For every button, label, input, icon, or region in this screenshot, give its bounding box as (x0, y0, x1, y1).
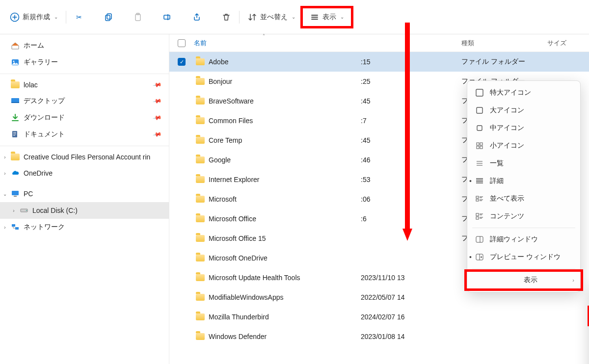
sidebar-item-home[interactable]: ホーム (0, 37, 169, 54)
view-menu-item[interactable]: 小アイコン (467, 137, 580, 155)
sidebar-item-label: ギャラリー (24, 58, 58, 67)
view-menu-item[interactable]: •詳細 (467, 172, 580, 190)
select-all-checkbox[interactable] (178, 39, 186, 47)
menu-item-label: 特大アイコン (490, 88, 531, 97)
menu-item-label: 中アイコン (490, 124, 524, 132)
svg-rect-5 (164, 15, 170, 19)
copy-button[interactable] (99, 9, 118, 25)
menu-item-label: プレビュー ウィンドウ (490, 253, 561, 261)
new-button[interactable]: 新規作成 ⌄ (5, 9, 63, 25)
chevron-right-icon[interactable]: › (2, 225, 8, 230)
view-menu-item[interactable]: 詳細ウィンドウ (467, 231, 580, 248)
view-button-highlight: 表示 ⌄ (300, 6, 353, 28)
chevron-right-icon[interactable]: › (2, 171, 8, 176)
view-menu-item[interactable]: •プレビュー ウィンドウ (467, 248, 580, 266)
share-button[interactable] (187, 9, 207, 25)
separator (0, 146, 169, 146)
menu-item-label: 一覧 (490, 159, 504, 168)
svg-rect-17 (476, 89, 483, 96)
svg-point-14 (26, 210, 27, 211)
folder-icon (196, 98, 205, 104)
pin-icon: 📌 (152, 113, 162, 123)
tiles-icon (475, 194, 484, 203)
svg-rect-21 (480, 143, 482, 145)
file-name: Core Temp (209, 136, 242, 144)
paste-button[interactable] (128, 9, 148, 25)
drive-icon (20, 206, 28, 215)
view-button[interactable]: 表示 ⌄ (306, 10, 348, 24)
cut-button[interactable]: ✂ (69, 9, 89, 25)
svg-rect-28 (476, 236, 483, 242)
chevron-right-icon[interactable]: › (2, 155, 8, 160)
menu-item-label: 大アイコン (490, 106, 524, 115)
view-menu-item[interactable]: 中アイコン (467, 119, 580, 137)
file-date: :15 (361, 58, 461, 66)
plus-circle-icon (10, 12, 20, 22)
sidebar-item-desktop[interactable]: デスクトップ 📌 (0, 93, 169, 109)
file-name: Windows Defender (209, 333, 267, 340)
view-menu-show[interactable]: 表示 › (467, 271, 580, 289)
view-label: 表示 (322, 13, 336, 22)
divider (239, 11, 240, 24)
view-menu-item[interactable]: 特大アイコン (467, 84, 580, 102)
sidebar-item-gallery[interactable]: ギャラリー (0, 54, 169, 71)
view-menu-item[interactable]: 並べて表示 (467, 190, 580, 208)
svg-rect-11 (12, 191, 19, 195)
chevron-right-icon[interactable]: › (11, 208, 17, 213)
file-name: Microsoft (209, 195, 237, 203)
view-menu[interactable]: 特大アイコン大アイコン中アイコン小アイコン一覧•詳細並べて表示コンテンツ 詳細ウ… (467, 80, 581, 292)
column-headers[interactable]: ˄ 名前 種類 サイズ (169, 34, 589, 52)
rename-button[interactable] (158, 9, 177, 25)
chevron-down-icon[interactable]: ⌄ (2, 191, 8, 197)
table-row[interactable]: Windows Defender2023/01/08 14 (169, 327, 589, 346)
view-menu-item[interactable]: 一覧 (467, 155, 580, 172)
file-date: 2023/01/08 14 (361, 333, 461, 340)
folder-icon (11, 154, 20, 160)
sidebar-item-documents[interactable]: ドキュメント 📌 (0, 126, 169, 143)
svg-rect-20 (477, 143, 479, 145)
chevron-down-icon: ⌄ (340, 14, 344, 20)
folder-icon (11, 81, 20, 88)
row-checkbox[interactable]: ✓ (178, 58, 186, 66)
svg-rect-24 (476, 196, 479, 198)
svg-rect-27 (476, 217, 479, 219)
rename-icon (162, 12, 172, 22)
navigation-pane[interactable]: ホーム ギャラリー lolac 📌 デスクトップ 📌 ダウンロード 📌 ドキュメ… (0, 34, 169, 364)
divider (66, 11, 66, 24)
sort-indicator-icon: ˄ (263, 33, 265, 39)
column-name[interactable]: 名前 (194, 39, 361, 48)
sidebar-item-downloads[interactable]: ダウンロード 📌 (0, 109, 169, 126)
svg-rect-23 (480, 146, 482, 149)
column-type[interactable]: 種類 (461, 39, 547, 48)
sort-button[interactable]: 並べ替え ⌄ (242, 9, 300, 25)
file-name: Internet Explorer (209, 176, 260, 183)
delete-button[interactable] (216, 9, 236, 25)
file-list[interactable]: ˄ 名前 種類 サイズ ✓Adobe:15ファイル フォルダーBonjour:2… (169, 34, 589, 364)
sidebar-item-onedrive[interactable]: › OneDrive (0, 165, 169, 182)
chevron-right-icon: › (572, 277, 574, 283)
lg-icon (475, 106, 484, 115)
sidebar-item-network[interactable]: › ネットワーク (0, 219, 169, 235)
column-size[interactable]: サイズ (547, 39, 589, 48)
sidebar-item-ccf[interactable]: › Creative Cloud Files Personal Account … (0, 149, 169, 165)
onedrive-icon (11, 169, 20, 178)
file-name: Adobe (209, 58, 228, 66)
view-menu-item[interactable]: コンテンツ (467, 208, 580, 225)
table-row[interactable]: Mozilla Thunderbird2024/02/07 16 (169, 307, 589, 327)
sidebar-item-label: ネットワーク (24, 223, 65, 232)
view-lines-icon (310, 12, 320, 22)
view-menu-item[interactable]: 大アイコン (467, 102, 580, 119)
sidebar-item-pc[interactable]: ⌄ PC (0, 185, 169, 202)
table-row[interactable]: ✓Adobe:15ファイル フォルダー (169, 52, 589, 72)
sort-icon (247, 12, 257, 22)
menu-item-label: 並べて表示 (490, 194, 524, 203)
svg-rect-12 (14, 196, 17, 197)
sidebar-item-label: OneDrive (24, 169, 53, 177)
svg-rect-25 (476, 199, 479, 201)
file-name: Microsoft Office 15 (209, 234, 266, 242)
chevron-down-icon: ⌄ (292, 14, 295, 20)
folder-icon (196, 156, 205, 163)
sidebar-item-localdisk[interactable]: › Local Disk (C:) (0, 202, 169, 219)
svg-rect-1 (106, 15, 110, 21)
sidebar-item-pinned[interactable]: lolac 📌 (0, 77, 169, 93)
